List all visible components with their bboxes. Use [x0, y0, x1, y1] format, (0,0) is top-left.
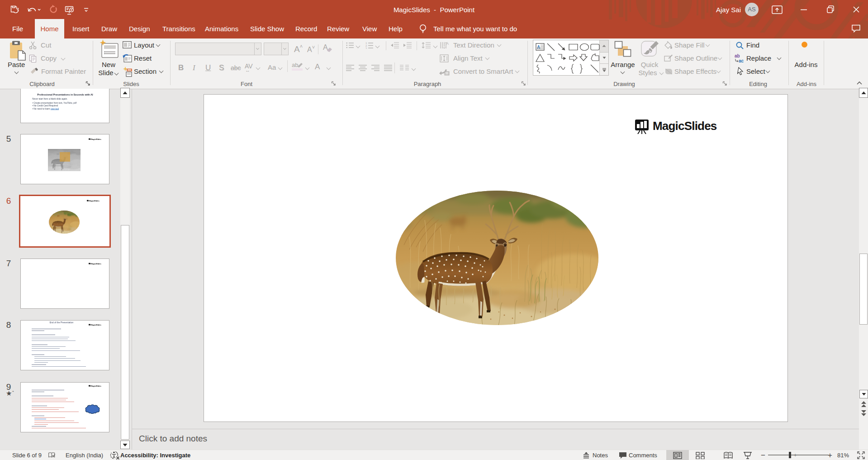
svg-text:3: 3 — [365, 47, 367, 49]
svg-text:A: A — [446, 41, 449, 46]
svg-text:ac: ac — [739, 58, 744, 63]
svg-text:ab: ab — [735, 53, 740, 58]
